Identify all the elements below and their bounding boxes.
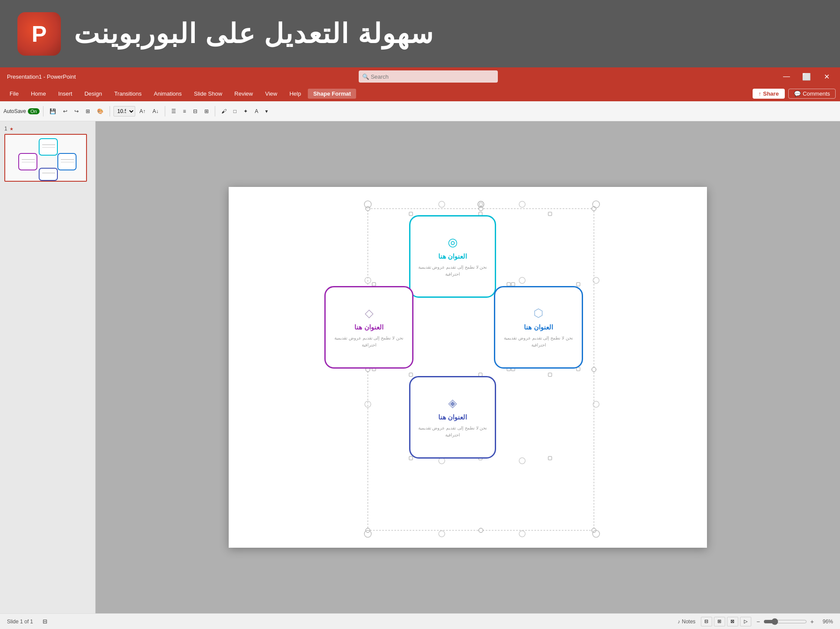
presenter-view-button[interactable]: ▷ bbox=[740, 617, 751, 626]
card-right[interactable]: ⬡ العنوان هنا نحن لا نطمح إلى تقديم عروض… bbox=[494, 286, 583, 369]
normal-view-button[interactable]: ⊟ bbox=[701, 617, 712, 626]
slide-info: Slide 1 of 1 bbox=[7, 619, 33, 625]
autosave-control: AutoSave On bbox=[3, 108, 40, 114]
toolbar-divider-2 bbox=[110, 106, 110, 116]
svg-point-47 bbox=[519, 201, 525, 207]
svg-point-12 bbox=[366, 206, 370, 211]
powerpoint-logo: P bbox=[17, 12, 61, 56]
zoom-plus-icon: + bbox=[810, 618, 814, 625]
svg-point-51 bbox=[593, 277, 599, 283]
svg-rect-36 bbox=[548, 373, 552, 376]
view-toggle-button[interactable]: ⊞ bbox=[83, 107, 93, 116]
undo-button[interactable]: ↩ bbox=[60, 107, 70, 116]
slide-panel: 1 ★ bbox=[0, 121, 96, 613]
shape-fill-button[interactable]: 🖌 bbox=[219, 107, 229, 116]
font-decrease[interactable]: A↓ bbox=[150, 107, 161, 116]
menu-file[interactable]: File bbox=[4, 89, 24, 99]
toolbar-divider-3 bbox=[165, 106, 165, 116]
card-left[interactable]: ◇ العنوان هنا نحن لا نطمح إلى تقديم عروض… bbox=[324, 286, 413, 369]
menu-view[interactable]: View bbox=[260, 89, 283, 99]
card-bottom-icon: ◈ bbox=[448, 396, 457, 410]
share-label: Share bbox=[763, 90, 779, 97]
menu-design[interactable]: Design bbox=[79, 89, 107, 99]
svg-rect-0 bbox=[39, 139, 57, 155]
menu-transitions[interactable]: Transitions bbox=[109, 89, 147, 99]
autosave-label: AutoSave bbox=[3, 108, 26, 114]
menu-insert[interactable]: Insert bbox=[53, 89, 78, 99]
comments-button[interactable]: 💬 Comments bbox=[788, 89, 836, 99]
svg-rect-1 bbox=[19, 153, 37, 170]
close-button[interactable]: ✕ bbox=[820, 73, 833, 81]
shape-effects-button[interactable]: ✦ bbox=[241, 107, 250, 116]
redo-button[interactable]: ↪ bbox=[72, 107, 81, 116]
menu-review[interactable]: Review bbox=[229, 89, 258, 99]
app-name: Presentation1 - PowerPoint bbox=[7, 73, 76, 80]
menu-shape-format[interactable]: Shape Format bbox=[308, 89, 356, 99]
menu-help[interactable]: Help bbox=[284, 89, 307, 99]
zoom-minus-icon: − bbox=[757, 618, 760, 625]
search-input[interactable] bbox=[359, 70, 498, 83]
align-center[interactable]: ≡ bbox=[180, 107, 189, 116]
slide-thumb-svg bbox=[7, 135, 85, 181]
svg-rect-39 bbox=[548, 456, 552, 460]
card-top-icon: ◎ bbox=[448, 236, 458, 249]
notes-button[interactable]: ♪ Notes bbox=[677, 619, 695, 625]
shape-outline-button[interactable]: □ bbox=[231, 107, 239, 116]
share-button[interactable]: ↑ Share bbox=[753, 89, 785, 99]
color-button[interactable]: 🎨 bbox=[94, 107, 106, 116]
main-area: 1 ★ bbox=[0, 121, 840, 613]
card-bottom-title: العنوان هنا bbox=[438, 413, 467, 421]
menu-slideshow[interactable]: Slide Show bbox=[189, 89, 227, 99]
autosave-toggle[interactable]: On bbox=[28, 108, 40, 114]
card-right-icon: ⬡ bbox=[533, 306, 543, 320]
svg-point-57 bbox=[519, 531, 525, 537]
menu-home[interactable]: Home bbox=[26, 89, 51, 99]
arrange-button[interactable]: ⊞ bbox=[202, 107, 211, 116]
group-button[interactable]: ⊟ bbox=[190, 107, 200, 116]
close-icon: ✕ bbox=[824, 73, 830, 80]
restore-button[interactable]: ⬜ bbox=[800, 73, 813, 81]
svg-point-43 bbox=[593, 201, 600, 208]
font-size-selector[interactable]: 10.5 12 14 18 24 bbox=[113, 106, 135, 116]
slide-sorter-button[interactable]: ⊞ bbox=[714, 617, 725, 626]
svg-point-53 bbox=[593, 401, 599, 407]
title-bar-right: — ⬜ ✕ bbox=[780, 73, 833, 81]
card-top[interactable]: ◎ العنوان هنا نحن لا نطمح إلى تقديم عروض… bbox=[409, 215, 496, 298]
toolbar: AutoSave On 💾 ↩ ↪ ⊞ 🎨 10.5 12 14 18 24 A… bbox=[0, 101, 840, 121]
svg-rect-22 bbox=[548, 212, 552, 216]
svg-rect-30 bbox=[507, 283, 510, 286]
comments-label: Comments bbox=[803, 90, 830, 97]
save-button[interactable]: 💾 bbox=[47, 107, 59, 116]
align-left[interactable]: ☰ bbox=[169, 107, 179, 116]
svg-point-17 bbox=[366, 528, 370, 532]
title-bar-left: Presentation1 - PowerPoint bbox=[7, 73, 76, 80]
slide-canvas: ◎ العنوان هنا نحن لا نطمح إلى تقديم عروض… bbox=[229, 187, 707, 548]
zoom-slider[interactable] bbox=[763, 618, 807, 625]
card-top-title: العنوان هنا bbox=[438, 253, 467, 260]
svg-rect-3 bbox=[39, 168, 57, 180]
restore-icon: ⬜ bbox=[802, 73, 811, 80]
search-icon: 🔍 bbox=[362, 73, 369, 80]
menu-animations[interactable]: Animations bbox=[149, 89, 187, 99]
more-options[interactable]: ▾ bbox=[263, 107, 270, 116]
status-right: ♪ Notes ⊟ ⊞ ⊠ ▷ − + 96% bbox=[677, 617, 833, 626]
reading-view-button[interactable]: ⊠ bbox=[727, 617, 738, 626]
star-marker: ★ bbox=[10, 126, 13, 131]
minimize-button[interactable]: — bbox=[780, 73, 793, 80]
slide-thumbnail[interactable] bbox=[4, 134, 87, 182]
card-bottom[interactable]: ◈ العنوان هنا نحن لا نطمح إلى تقديم عروض… bbox=[409, 376, 496, 459]
card-left-text: نحن لا نطمح إلى تقديم عروض تقديمية احترا… bbox=[331, 335, 407, 349]
svg-point-54 bbox=[439, 458, 445, 464]
header-title-part1: سهولة التعديل على bbox=[197, 19, 434, 49]
font-increase[interactable]: A↑ bbox=[137, 107, 148, 116]
accessibility-button[interactable]: ⊟ bbox=[40, 617, 50, 626]
text-fill-button[interactable]: A bbox=[252, 107, 261, 116]
card-bottom-text: نحن لا نطمح إلى تقديم عروض تقديمية احترا… bbox=[416, 425, 490, 439]
view-buttons: ⊟ ⊞ ⊠ ▷ bbox=[701, 617, 751, 626]
slide-content: ◎ العنوان هنا نحن لا نطمح إلى تقديم عروض… bbox=[229, 187, 707, 548]
svg-point-13 bbox=[479, 206, 483, 211]
slide-number-label: 1 ★ bbox=[4, 126, 91, 132]
menu-bar: File Home Insert Design Transitions Anim… bbox=[0, 86, 840, 101]
svg-point-56 bbox=[439, 531, 445, 537]
svg-point-42 bbox=[364, 201, 371, 208]
